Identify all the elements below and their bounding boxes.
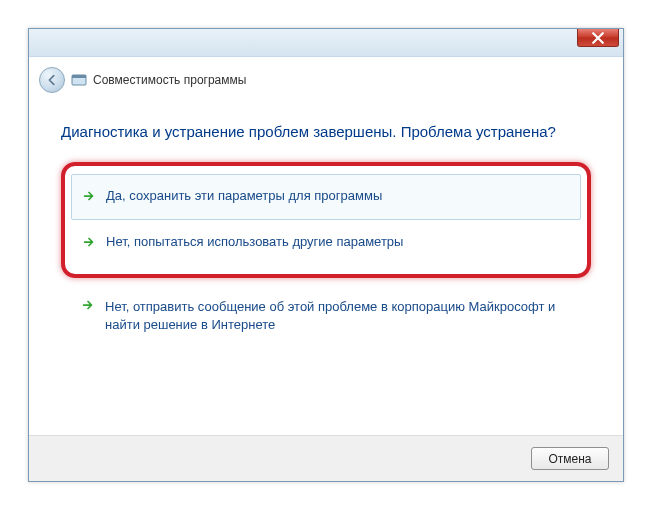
option-label: Нет, попытаться использовать другие пара…: [106, 233, 403, 251]
close-button[interactable]: [577, 29, 619, 47]
arrow-right-icon: [81, 298, 95, 316]
back-button[interactable]: [39, 67, 65, 93]
footer: Отмена: [29, 435, 623, 481]
dialog-window: Совместимость программы Диагностика и ус…: [28, 28, 624, 482]
close-icon: [592, 32, 604, 44]
app-icon: [71, 72, 87, 88]
highlighted-options-group: Да, сохранить эти параметры для программ…: [61, 162, 591, 278]
option-label: Да, сохранить эти параметры для программ…: [106, 187, 382, 205]
option-no-retry[interactable]: Нет, попытаться использовать другие пара…: [71, 220, 581, 266]
option-yes-save[interactable]: Да, сохранить эти параметры для программ…: [71, 174, 581, 220]
header-row: Совместимость программы: [29, 57, 623, 99]
arrow-right-icon: [82, 189, 96, 207]
option-no-report[interactable]: Нет, отправить сообщение об этой проблем…: [61, 288, 591, 344]
window-title: Совместимость программы: [93, 73, 246, 87]
arrow-right-icon: [82, 235, 96, 253]
page-heading: Диагностика и устранение проблем заверше…: [61, 123, 591, 140]
option-label: Нет, отправить сообщение об этой проблем…: [105, 298, 575, 334]
svg-rect-1: [72, 75, 86, 78]
titlebar: [29, 29, 623, 57]
back-arrow-icon: [45, 73, 59, 87]
cancel-button[interactable]: Отмена: [531, 447, 609, 470]
content-area: Диагностика и устранение проблем заверше…: [29, 99, 623, 429]
